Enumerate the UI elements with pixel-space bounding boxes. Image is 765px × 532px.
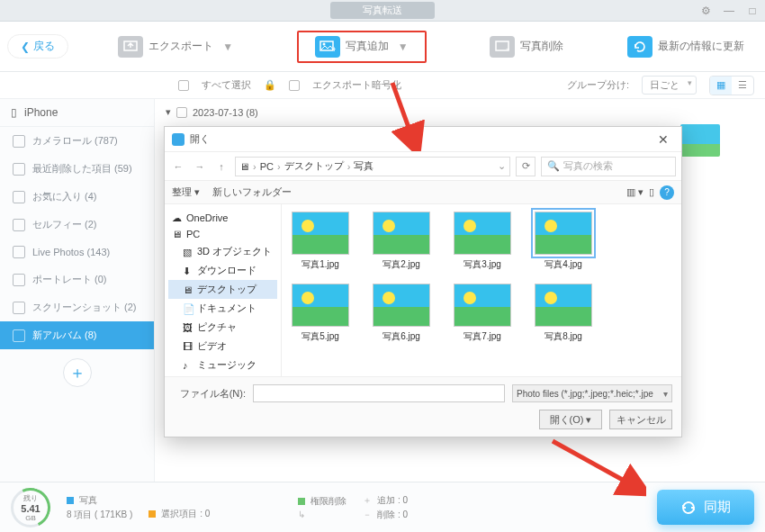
- sidebar-item-label: 最近削除した項目 (59): [32, 162, 132, 176]
- file-thumbnail: [292, 212, 349, 255]
- device-header[interactable]: ▯ iPhone: [0, 99, 154, 127]
- sidebar-item[interactable]: スクリーンショット (2): [0, 293, 154, 321]
- tree-item-label: 3D オブジェクト: [197, 245, 272, 258]
- delete-photo-button[interactable]: − 写真削除: [490, 36, 563, 58]
- search-input[interactable]: 🔍 写真の検索: [541, 157, 676, 176]
- file-name: 写真8.jpg: [544, 330, 582, 343]
- preview-pane-button[interactable]: ▯: [649, 186, 654, 198]
- tree-item[interactable]: 📄ドキュメント: [168, 299, 277, 318]
- file-thumbnail: [454, 212, 511, 255]
- file-item[interactable]: 写真3.jpg: [451, 212, 514, 271]
- group-dropdown[interactable]: 日ごと: [642, 76, 697, 95]
- grid-view-button[interactable]: ▦: [710, 77, 732, 95]
- files-grid: 写真1.jpg写真2.jpg写真3.jpg写真4.jpg写真5.jpg写真6.j…: [282, 204, 681, 376]
- file-item[interactable]: 写真4.jpg: [532, 212, 595, 271]
- date-checkbox[interactable]: [176, 107, 187, 118]
- titlebar: 写真転送 ⚙ — □: [0, 0, 765, 22]
- tree-item[interactable]: 🖥PC: [168, 226, 277, 242]
- file-item[interactable]: 写真7.jpg: [451, 284, 514, 343]
- open-button[interactable]: 開く(O) ▾: [539, 410, 602, 429]
- file-item[interactable]: 写真6.jpg: [370, 284, 433, 343]
- tree-item[interactable]: ☁OneDrive: [168, 210, 277, 226]
- crumb-2[interactable]: デスクトップ: [284, 159, 344, 173]
- file-item[interactable]: 写真5.jpg: [289, 284, 352, 343]
- chevron-down-icon: ▼: [222, 41, 233, 53]
- refresh-button[interactable]: 最新の情報に更新: [627, 36, 744, 58]
- file-thumbnail: [454, 284, 511, 327]
- refresh-folder-button[interactable]: ⟳: [516, 157, 536, 176]
- sidebar-item[interactable]: Live Photos (143): [0, 239, 154, 266]
- sidebar-item[interactable]: ポートレート (0): [0, 266, 154, 293]
- folder-icon: 📄: [183, 303, 194, 314]
- tree-item-label: ビデオ: [197, 339, 227, 353]
- perm-label: 権限削除: [310, 495, 346, 508]
- nav-up-button[interactable]: ↑: [213, 158, 230, 175]
- breadcrumb[interactable]: 🖥› PC› デスクトップ› 写真 ⌄: [235, 157, 510, 176]
- sidebar-item[interactable]: カメラロール (787): [0, 127, 154, 155]
- file-name: 写真2.jpg: [382, 258, 420, 271]
- add-album-button[interactable]: ＋: [63, 358, 92, 387]
- filter-bar: すべて選択 🔒 エクスポート暗号化 グループ分け: 日ごと ▦ ☰: [0, 72, 765, 99]
- sidebar-item-label: お気に入り (4): [32, 190, 97, 203]
- date-group-header[interactable]: ▾ 2023-07-13 (8): [166, 106, 754, 118]
- album-icon: [13, 302, 25, 314]
- view-mode-button[interactable]: ▥ ▾: [626, 186, 644, 198]
- file-name: 写真4.jpg: [544, 258, 582, 271]
- export-button[interactable]: エクスポート ▼: [118, 36, 233, 58]
- delete-photo-label: 写真削除: [520, 39, 563, 54]
- new-folder-button[interactable]: 新しいフォルダー: [212, 185, 292, 199]
- svg-text:−: −: [506, 44, 509, 53]
- list-view-button[interactable]: ☰: [732, 77, 753, 95]
- file-item[interactable]: 写真8.jpg: [532, 284, 595, 343]
- tree-item-label: ドキュメント: [197, 302, 256, 315]
- photo-thumbnail[interactable]: [680, 124, 720, 157]
- select-all-checkbox[interactable]: [178, 80, 189, 91]
- file-item[interactable]: 写真2.jpg: [370, 212, 433, 271]
- encrypt-checkbox[interactable]: [289, 80, 300, 91]
- filetype-dropdown[interactable]: Photo files (*.jpg;*.jpeg;*.heic;*.jpe: [512, 384, 672, 402]
- file-item[interactable]: 写真1.jpg: [289, 212, 352, 271]
- tree-item[interactable]: ⬇ダウンロード: [168, 261, 277, 280]
- refresh-label: 最新の情報に更新: [658, 39, 744, 54]
- sidebar-item[interactable]: 最近削除した項目 (59): [0, 155, 154, 183]
- search-placeholder: 写真の検索: [563, 159, 613, 173]
- pc-icon: 🖥: [239, 161, 249, 172]
- album-icon: [13, 246, 25, 258]
- tree-item[interactable]: ▧3D オブジェクト: [168, 242, 277, 261]
- minimize-icon[interactable]: —: [722, 4, 736, 18]
- tree-item[interactable]: 🎞ビデオ: [168, 337, 277, 356]
- tree-item[interactable]: 🖥デスクトップ: [168, 280, 277, 299]
- add-count: 追加 : 0: [377, 494, 408, 507]
- crumb-1[interactable]: PC: [260, 161, 274, 172]
- nav-forward-button[interactable]: →: [192, 158, 208, 175]
- encrypt-label: エクスポート暗号化: [312, 78, 401, 92]
- file-open-dialog: 開く ✕ ← → ↑ 🖥› PC› デスクトップ› 写真 ⌄ ⟳ 🔍 写真の検索…: [164, 126, 682, 437]
- organize-menu[interactable]: 整理 ▾: [172, 185, 200, 199]
- back-button[interactable]: ❮ 戻る: [7, 34, 68, 59]
- crumb-3[interactable]: 写真: [354, 159, 374, 173]
- close-button[interactable]: ✕: [652, 132, 674, 147]
- tree-item-label: ミュージック: [197, 358, 256, 372]
- tree-item-label: ピクチャ: [197, 320, 237, 334]
- dialog-app-icon: [172, 133, 184, 146]
- file-name: 写真5.jpg: [302, 330, 339, 343]
- legend-square: [298, 498, 305, 505]
- add-photo-button[interactable]: + 写真追加 ▼: [297, 31, 427, 63]
- tree-item[interactable]: ♪ミュージック: [168, 356, 277, 374]
- lock-icon: 🔒: [264, 79, 276, 91]
- settings-icon[interactable]: ⚙: [698, 4, 713, 18]
- sync-button[interactable]: 同期: [657, 490, 754, 525]
- tree-item[interactable]: 🖼ピクチャ: [168, 318, 277, 337]
- nav-back-button[interactable]: ←: [170, 158, 186, 175]
- crumb-dropdown-icon[interactable]: ⌄: [498, 160, 506, 172]
- export-label: エクスポート: [148, 39, 213, 54]
- help-button[interactable]: ?: [660, 185, 674, 200]
- sidebar-item[interactable]: セルフィー (2): [0, 211, 154, 239]
- cancel-button[interactable]: キャンセル: [609, 410, 672, 429]
- sidebar-item[interactable]: 新アルバム (8): [0, 321, 154, 349]
- sidebar-item[interactable]: お気に入り (4): [0, 183, 154, 211]
- arrow-right-icon: ↳: [298, 509, 305, 519]
- maximize-icon[interactable]: □: [745, 4, 760, 18]
- album-icon: [13, 329, 25, 342]
- filename-input[interactable]: [253, 384, 505, 402]
